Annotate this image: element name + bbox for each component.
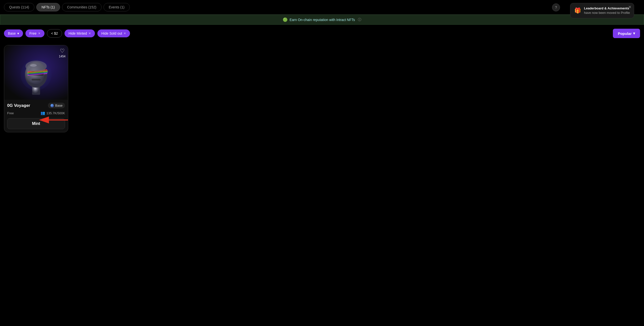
sort-button[interactable]: Popular ▾ bbox=[613, 29, 640, 38]
svg-point-10 bbox=[26, 61, 47, 72]
nft-card-image-wrap: ♡ 1454 bbox=[4, 45, 68, 100]
filter-free-label: Free bbox=[30, 32, 36, 35]
notif-text: Leaderboard & Achievements have now been… bbox=[584, 6, 630, 15]
notif-close-button[interactable]: ✕ bbox=[628, 5, 632, 10]
filter-hide-soldout-label: Hide Sold out bbox=[101, 32, 122, 35]
filter-free-remove[interactable]: ✕ bbox=[38, 32, 40, 35]
mint-count-value: 135.7K/500K bbox=[46, 111, 65, 115]
banner-info-icon[interactable]: ⓘ bbox=[358, 18, 361, 22]
heart-icon: ♡ bbox=[60, 48, 65, 54]
top-right-icons: ? bbox=[552, 4, 560, 11]
nft-grid: ♡ 1454 0G Voyager Base Free 👥 135.7K/500… bbox=[0, 42, 644, 135]
nft-card-0g-voyager: ♡ 1454 0G Voyager Base Free 👥 135.7K/500… bbox=[4, 45, 68, 132]
nft-price: Free bbox=[7, 111, 14, 115]
chain-label: Base bbox=[55, 104, 62, 107]
nft-card-body: 0G Voyager Base Free 👥 135.7K/500K Mint bbox=[4, 100, 68, 132]
tab-nfts[interactable]: NFTs (1) bbox=[36, 3, 60, 11]
filter-hide-soldout[interactable]: Hide Sold out ✕ bbox=[97, 30, 130, 37]
filter-free[interactable]: Free ✕ bbox=[26, 30, 44, 37]
filter-hide-soldout-remove[interactable]: ✕ bbox=[124, 32, 126, 35]
mint-button[interactable]: Mint bbox=[7, 118, 65, 129]
notification-widget: 🎁 Leaderboard & Achievements have now be… bbox=[570, 3, 634, 18]
filter-base-label: Base bbox=[8, 32, 16, 35]
nft-name: 0G Voyager bbox=[7, 103, 30, 108]
filter-price[interactable]: < $2 bbox=[47, 29, 62, 38]
chain-badge: Base bbox=[48, 103, 65, 108]
notif-title: Leaderboard & Achievements bbox=[584, 6, 630, 11]
heart-count: 1454 bbox=[59, 55, 66, 58]
heart-button[interactable]: ♡ 1454 bbox=[59, 48, 66, 58]
filter-hide-minted-label: Hide Minted bbox=[68, 32, 87, 35]
nft-meta-row: Free 👥 135.7K/500K bbox=[7, 111, 65, 115]
svg-point-11 bbox=[30, 64, 37, 67]
sort-arrow: ▾ bbox=[633, 31, 635, 36]
notif-subtitle: have now been moved to Profile bbox=[584, 11, 630, 15]
filter-base-arrow: ▾ bbox=[17, 32, 19, 35]
filter-price-label: < $2 bbox=[51, 32, 58, 35]
chain-icon bbox=[50, 104, 54, 107]
banner-icon: 🟢 bbox=[283, 17, 288, 22]
sort-label: Popular bbox=[618, 32, 632, 36]
mint-count: 👥 135.7K/500K bbox=[40, 111, 65, 115]
banner-text: Earn On-chain reputation with Intract NF… bbox=[290, 18, 355, 22]
filter-base[interactable]: Base ▾ bbox=[4, 30, 23, 37]
tab-events[interactable]: Events (1) bbox=[104, 3, 130, 11]
filter-bar: Base ▾ Free ✕ < $2 Hide Minted ✕ Hide So… bbox=[0, 25, 644, 42]
question-button[interactable]: ? bbox=[552, 4, 560, 11]
people-icon: 👥 bbox=[40, 111, 45, 115]
nft-card-image bbox=[4, 45, 68, 100]
filter-hide-minted[interactable]: Hide Minted ✕ bbox=[64, 30, 95, 37]
earn-reputation-banner: 🟢 Earn On-chain reputation with Intract … bbox=[0, 15, 644, 25]
tab-quests[interactable]: Quests (114) bbox=[4, 3, 34, 11]
svg-rect-12 bbox=[32, 79, 40, 80]
tab-communities[interactable]: Communities (152) bbox=[62, 3, 102, 11]
nft-name-row: 0G Voyager Base bbox=[7, 103, 65, 108]
nft-card-artwork bbox=[14, 50, 58, 95]
filter-hide-minted-remove[interactable]: ✕ bbox=[88, 32, 91, 35]
notif-icon: 🎁 bbox=[574, 8, 581, 14]
tab-bar: Quests (114) NFTs (1) Communities (152) … bbox=[0, 0, 644, 15]
